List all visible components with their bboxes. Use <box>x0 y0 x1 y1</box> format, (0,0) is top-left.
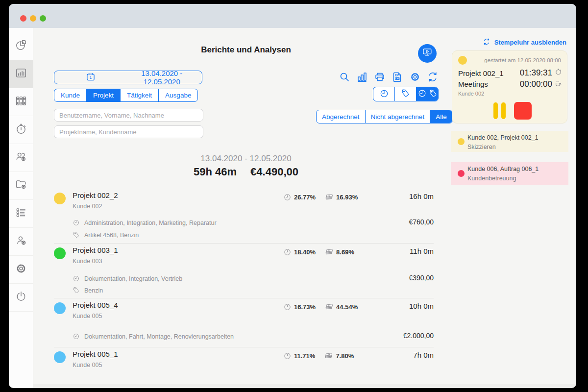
csv-export-icon[interactable]: CSV <box>392 71 403 83</box>
user-search-input[interactable] <box>54 109 203 122</box>
stempeluhr-toggle[interactable]: Stempeluhr ausblenden <box>483 38 566 47</box>
recent-timer-item[interactable]: Kunde 002, Projekt 002_1 Skizzieren <box>451 131 568 152</box>
project-customer: Kunde 005 <box>73 362 102 368</box>
settings-gear-icon[interactable] <box>409 71 421 83</box>
timer-task: Meetings <box>458 80 488 88</box>
tab-kunde[interactable]: Kunde <box>54 89 87 101</box>
refresh-icon[interactable] <box>427 71 439 83</box>
recent-item-subtitle: Kundenbetreuung <box>467 175 564 182</box>
project-activities: Dokumentation, Fahrt, Montage, Renovieru… <box>84 333 234 340</box>
toolbar: CSV <box>339 71 439 83</box>
timer-project: Projekt 002_1 <box>458 69 504 77</box>
chart-icon[interactable] <box>356 71 368 83</box>
calendar-icon: 1 <box>59 72 131 83</box>
project-duration: 10h 0m <box>409 302 434 310</box>
project-materials: Benzin <box>84 287 103 294</box>
project-name: Projekt 005_4 <box>73 301 118 309</box>
svg-text:CSV: CSV <box>395 77 399 80</box>
timer-color-dot <box>458 56 467 65</box>
svg-text:1: 1 <box>90 76 92 80</box>
sidebar-item-logout[interactable] <box>9 284 33 312</box>
time-percent: 16.73% <box>294 303 316 311</box>
date-range-button[interactable]: 1 13.04.2020 - 12.05.2020 <box>54 71 202 84</box>
recent-color-dot <box>458 170 465 177</box>
pause-icon <box>493 102 498 119</box>
close-window-button[interactable] <box>20 15 26 22</box>
filter-nicht-abgerechnet[interactable]: Nicht abgerechnet <box>366 110 431 123</box>
sidebar-item-team[interactable] <box>9 144 33 172</box>
sidebar-item-reports[interactable] <box>9 60 33 88</box>
zoom-window-button[interactable] <box>40 15 46 22</box>
sidebar-item-account[interactable] <box>9 228 33 256</box>
page-title: Berichte und Analysen <box>54 45 438 55</box>
power-icon <box>15 290 27 305</box>
binders-icon <box>15 95 27 109</box>
filter-time-only[interactable] <box>373 87 395 101</box>
clock-icon <box>379 89 389 100</box>
search-icon[interactable] <box>339 71 350 83</box>
filter-expense-only[interactable] <box>395 87 416 101</box>
recent-timer-item[interactable]: Kunde 006, Auftrag 006_1 Kundenbetreuung <box>451 162 568 185</box>
printer-icon[interactable] <box>374 71 386 83</box>
sidebar-item-timer[interactable] <box>9 116 33 144</box>
money-percent: 7.80% <box>336 352 354 360</box>
timer-elapsed: 01:39:31 <box>520 68 552 78</box>
project-color-dot <box>54 302 66 314</box>
project-customer: Kunde 003 <box>73 258 102 265</box>
pause-icon <box>501 102 506 119</box>
timer-started-label: gestartet am 12.05.2020 08:00 <box>484 57 561 63</box>
project-duration: 7h 0m <box>413 351 434 359</box>
money-percent: 44.54% <box>336 303 358 311</box>
filter-alle[interactable]: Alle <box>430 110 452 123</box>
monitor-play-icon <box>420 45 435 62</box>
filter-time-and-expense[interactable] <box>416 87 438 101</box>
tab-taetigkeit[interactable]: Tätigkeit <box>121 89 159 101</box>
recent-item-title: Kunde 002, Projekt 002_1 <box>467 134 564 141</box>
users-gear-icon <box>15 150 27 165</box>
project-amount: €390,00 <box>409 274 434 282</box>
project-duration: 16h 0m <box>409 192 434 200</box>
group-by-tabs: Kunde Projekt Tätigkeit Ausgabe <box>54 89 198 102</box>
app-window: Berichte und Analysen 1 13.04.2020 - 12.… <box>9 4 576 388</box>
project-row[interactable]: Projekt 003_1 Kunde 003 18.40% 8.69% 11h… <box>54 244 434 298</box>
stopwatch-icon <box>15 122 27 137</box>
clock-icon <box>417 89 427 99</box>
sidebar-item-settings[interactable] <box>9 256 33 284</box>
date-range-label: 13.04.2020 - 12.05.2020 <box>131 69 202 86</box>
project-row[interactable]: Projekt 005_4 Kunde 005 16.73% 44.54% 10… <box>54 298 434 347</box>
minimize-window-button[interactable] <box>30 15 36 22</box>
summary-totals: 59h 46m €4.490,00 <box>54 166 438 178</box>
stop-timer-button[interactable] <box>514 102 532 120</box>
stempeluhr-toggle-label: Stempeluhr ausblenden <box>494 39 566 46</box>
checklist-icon <box>15 206 27 221</box>
tutorial-video-button[interactable] <box>418 44 437 63</box>
project-row[interactable]: Projekt 002_2 Kunde 002 26.77% 16.93% 16… <box>54 189 434 244</box>
horizontal-scrollbar[interactable] <box>33 384 576 388</box>
pause-timer-button[interactable] <box>493 102 506 119</box>
user-gear-icon <box>15 234 27 249</box>
stempeluhr-panel: Stempeluhr ausblenden gestartet am 12.05… <box>451 28 576 388</box>
time-percent: 11.71% <box>294 352 315 360</box>
summary-total-amount: €4.490,00 <box>250 166 298 178</box>
main-content: Berichte und Analysen 1 13.04.2020 - 12.… <box>33 28 451 388</box>
tab-projekt[interactable]: Projekt <box>87 89 121 101</box>
project-search-input[interactable] <box>54 125 203 138</box>
price-tag-icon <box>401 89 410 99</box>
sidebar-item-overview[interactable] <box>9 32 33 60</box>
project-activities: Dokumentation, Integration, Vertrieb <box>84 275 182 282</box>
project-row[interactable]: Projekt 005_1 Kunde 005 11.71% 7.80% 7h … <box>54 347 434 388</box>
recent-color-dot <box>458 138 465 145</box>
summary-total-hours: 59h 46m <box>194 166 237 178</box>
filter-abgerechnet[interactable]: Abgerechnet <box>317 110 366 123</box>
tab-ausgabe[interactable]: Ausgabe <box>159 89 197 101</box>
sidebar-item-archive[interactable] <box>9 88 33 116</box>
project-duration: 11h 0m <box>410 247 434 255</box>
project-name: Projekt 003_1 <box>73 246 118 254</box>
stopwatch-icon <box>555 68 562 78</box>
project-amount: €2.000,00 <box>403 332 434 340</box>
project-color-dot <box>54 247 66 259</box>
active-timer-card: gestartet am 12.05.2020 08:00 Projekt 00… <box>452 50 567 123</box>
timer-pause-duration: 00:00:00 <box>520 79 552 89</box>
sidebar-item-projects[interactable] <box>9 172 33 200</box>
sidebar-item-tasks[interactable] <box>9 200 33 228</box>
